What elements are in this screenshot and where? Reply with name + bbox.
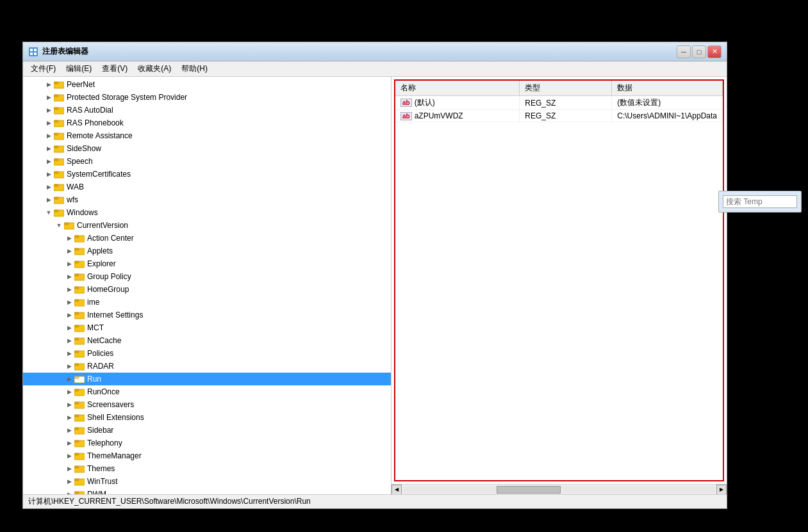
close-button[interactable]: ✕ [707,45,721,58]
scroll-track[interactable] [403,486,715,494]
tree-expand-icon[interactable]: ▶ [64,297,74,307]
tree-item[interactable]: ▶ Policies [23,347,391,360]
tree-item[interactable]: ▶ Screensavers [23,398,391,411]
scroll-thumb[interactable] [497,486,561,494]
tree-expand-icon[interactable]: ▼ [44,207,54,218]
tree-expand-icon[interactable]: ▶ [64,246,74,256]
tree-panel[interactable]: ▶ PeerNet▶ Protected Storage System Prov… [23,77,392,494]
tree-expand-icon[interactable]: ▶ [64,489,74,494]
tree-expand-icon[interactable]: ▶ [64,425,74,435]
tree-item[interactable]: ▶ RAS Phonebook [23,117,391,129]
tree-expand-icon[interactable]: ▶ [64,451,74,461]
tree-expand-icon[interactable]: ▶ [64,412,74,423]
svg-rect-44 [74,325,79,327]
tree-expand-icon[interactable]: ▶ [64,271,74,282]
tree-expand-icon[interactable]: ▶ [64,310,74,320]
tree-item[interactable]: ▶ Group Policy [23,270,391,283]
table-row[interactable]: abaZPUmVWDZ REG_SZ C:\Users\ADMINI~1\App… [395,110,723,122]
tree-expand-icon[interactable]: ▶ [64,361,74,371]
menu-favorites[interactable]: 收藏夹(A) [133,62,176,76]
minimize-button[interactable]: ─ [677,45,691,58]
tree-expand-icon[interactable]: ▶ [44,182,54,192]
menu-edit[interactable]: 编辑(E) [61,62,97,76]
tree-expand-icon[interactable]: ▶ [44,105,54,115]
tree-expand-icon[interactable]: ▶ [64,233,74,243]
tree-item-label: Speech [67,157,93,166]
tree-item-label: Internet Settings [87,310,143,319]
tree-item[interactable]: ▶ Remote Assistance [23,129,391,142]
tree-expand-icon[interactable]: ▶ [44,169,54,179]
tree-expand-icon[interactable]: ▶ [64,476,74,487]
tree-expand-icon[interactable]: ▶ [64,284,74,294]
scroll-left-btn[interactable]: ◀ [392,485,402,495]
tree-item[interactable]: ▼ CurrentVersion [23,219,391,232]
tree-item-label: Remote Assistance [67,131,133,140]
tree-expand-icon[interactable]: ▶ [64,438,74,448]
tree-expand-icon[interactable]: ▶ [44,92,54,102]
tree-item[interactable]: ▶ MCT [23,321,391,334]
registry-table-container: 名称 类型 数据 ab(默认) REG_SZ (数值未设置) abaZPUmVW… [394,79,724,481]
app-icon [28,47,38,57]
menu-file[interactable]: 文件(F) [26,62,61,76]
tree-expand-icon[interactable]: ▶ [64,387,74,397]
tree-item[interactable]: ▶ RAS AutoDial [23,104,391,117]
tree-expand-icon[interactable]: ▶ [44,156,54,166]
tree-item[interactable]: ▶ WAB [23,181,391,193]
folder-icon [74,348,85,359]
tree-expand-icon[interactable]: ▶ [44,118,54,128]
temp-search-input[interactable] [723,195,797,208]
tree-item[interactable]: ▶ Protected Storage System Provider [23,91,391,104]
tree-item[interactable]: ▶ Applets [23,245,391,257]
horizontal-scrollbar[interactable]: ◀ ▶ [392,484,727,494]
tree-expand-icon[interactable]: ▶ [64,399,74,410]
tree-item[interactable]: ▶ RADAR [23,360,391,373]
folder-icon [54,118,64,128]
folder-icon [54,156,64,166]
tree-item-label: Telephony [87,439,122,447]
tree-expand-icon[interactable]: ▶ [44,131,54,141]
maximize-button[interactable]: □ [692,45,706,58]
tree-item[interactable]: ▶ DWM [23,488,391,494]
tree-expand-icon[interactable]: ▶ [64,323,74,333]
tree-item[interactable]: ▶ NetCache [23,334,391,347]
tree-expand-icon[interactable]: ▶ [64,348,74,359]
reg-type-cell: REG_SZ [520,96,612,110]
scroll-right-btn[interactable]: ▶ [716,485,727,495]
menu-view[interactable]: 查看(V) [97,62,133,76]
tree-expand-icon[interactable]: ▼ [54,220,64,230]
tree-item[interactable]: ▶ Action Center [23,232,391,245]
tree-item[interactable]: ▶ Shell Extensions [23,411,391,424]
tree-item[interactable]: ▶ HomeGroup [23,283,391,296]
tree-item[interactable]: ▶ SystemCertificates [23,168,391,181]
tree-item[interactable]: ▶ Themes [23,462,391,475]
tree-expand-icon[interactable]: ▶ [44,143,54,154]
reg-type-cell: REG_SZ [520,110,612,122]
tree-expand-icon[interactable]: ▶ [64,374,74,384]
tree-expand-icon[interactable]: ▶ [64,259,74,269]
tree-item[interactable]: ▶ ime [23,296,391,309]
tree-item[interactable]: ▼ Windows [23,206,391,219]
menu-help[interactable]: 帮助(H) [176,62,213,76]
tree-item-label: Explorer [87,259,116,268]
svg-rect-4 [34,52,37,55]
tree-item[interactable]: ▶ Explorer [23,257,391,270]
tree-item[interactable]: ▶ Internet Settings [23,309,391,321]
tree-expand-icon[interactable]: ▶ [44,79,54,90]
tree-expand-icon[interactable]: ▶ [44,195,54,205]
tree-item[interactable]: ▶ Sidebar [23,424,391,437]
tree-item-label: Run [87,375,101,383]
tree-expand-icon[interactable]: ▶ [64,335,74,346]
folder-icon [54,105,64,115]
tree-expand-icon[interactable]: ▶ [64,463,74,474]
tree-item[interactable]: ▶ Telephony [23,437,391,449]
tree-item[interactable]: ▶ RunOnce [23,385,391,398]
tree-item[interactable]: ▶ Run [23,373,391,385]
tree-item-label: SideShow [67,144,101,153]
tree-item[interactable]: ▶ WinTrust [23,475,391,488]
tree-item[interactable]: ▶ ThemeManager [23,449,391,462]
table-row[interactable]: ab(默认) REG_SZ (数值未设置) [395,96,723,110]
tree-item[interactable]: ▶ wfs [23,193,391,206]
tree-item[interactable]: ▶ PeerNet [23,78,391,91]
tree-item[interactable]: ▶ SideShow [23,142,391,155]
tree-item[interactable]: ▶ Speech [23,155,391,168]
